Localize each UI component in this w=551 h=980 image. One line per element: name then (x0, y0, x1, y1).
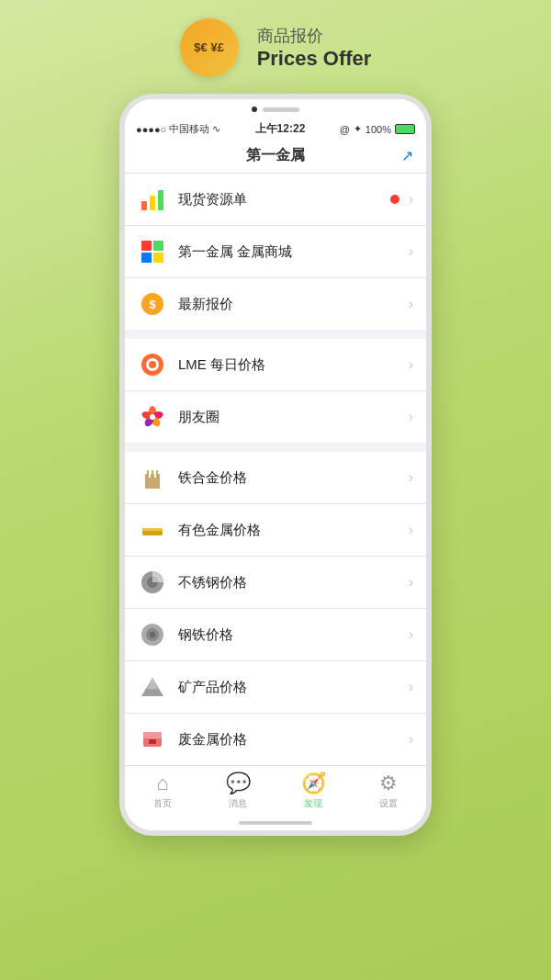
list-container: 现货资源单 › 第一金属 金属商城 › (125, 174, 426, 765)
tab-message[interactable]: 💬 消息 (200, 772, 276, 810)
share-icon[interactable]: ↗ (401, 147, 413, 164)
status-left: ●●●●○ 中国移动 ∿ (136, 122, 220, 136)
signal-strength: ●●●●○ (136, 124, 166, 135)
svg-rect-26 (142, 528, 163, 531)
item-icon-tihejin (138, 463, 167, 492)
battery-level: 100% (365, 124, 391, 135)
status-time: 上午12:22 (255, 121, 306, 137)
list-section-1: 现货资源单 › 第一金属 金属商城 › (125, 174, 426, 330)
section-spacer-1 (125, 330, 426, 339)
svg-marker-33 (147, 678, 158, 689)
chevron-icon: › (409, 409, 413, 425)
tab-settings[interactable]: ⚙ 设置 (351, 772, 426, 810)
item-icon-youse (138, 515, 167, 545)
svg-rect-6 (153, 253, 163, 263)
chevron-icon: › (409, 626, 413, 643)
svg-rect-5 (141, 253, 152, 263)
status-bar: ●●●●○ 中国移动 ∿ 上午12:22 @ ✦ 100% (125, 119, 426, 139)
section-spacer-2 (125, 443, 426, 452)
chevron-icon: › (409, 296, 413, 312)
tab-message-label: 消息 (229, 797, 247, 810)
item-icon-xianhuo (138, 185, 167, 214)
at-icon: @ (340, 124, 350, 135)
svg-point-17 (150, 414, 155, 420)
settings-icon: ⚙ (379, 772, 398, 795)
app-title-block: 商品报价 Prices Offer (257, 25, 372, 71)
message-icon: 💬 (226, 772, 251, 795)
item-label-buxiugang: 不锈钢价格 (178, 574, 405, 591)
chevron-icon: › (409, 731, 413, 748)
svg-text:$: $ (149, 298, 156, 311)
svg-point-31 (150, 632, 155, 637)
tab-discover-label: 发现 (304, 797, 322, 810)
chevron-icon: › (409, 679, 413, 695)
nav-title: 第一金属 (246, 146, 305, 165)
app-logo-text: $€ ¥£ (194, 40, 224, 55)
list-item[interactable]: $ 最新报价 › (125, 278, 426, 330)
carrier: 中国移动 (169, 122, 209, 136)
chevron-icon: › (409, 574, 413, 591)
home-indicator (125, 817, 426, 830)
home-icon: ⌂ (156, 772, 168, 795)
chevron-icon: › (409, 243, 413, 260)
item-label-feijinshu: 废金属价格 (178, 731, 405, 749)
tab-home-label: 首页 (153, 797, 172, 810)
item-icon-lme (138, 350, 167, 379)
list-section-3: 铁合金价格 › 有色金属价格 › (125, 452, 426, 765)
svg-rect-0 (141, 201, 147, 210)
item-label-baojia: 最新报价 (178, 296, 405, 313)
svg-rect-1 (150, 196, 155, 210)
chevron-icon: › (409, 469, 413, 486)
list-item[interactable]: 铁合金价格 › (125, 452, 426, 504)
list-item[interactable]: 钢铁价格 › (125, 609, 426, 661)
list-item[interactable]: 不锈钢价格 › (125, 557, 426, 609)
tab-home[interactable]: ⌂ 首页 (125, 772, 200, 810)
wifi-icon: ∿ (212, 123, 220, 135)
item-label-tihejin: 铁合金价格 (178, 469, 405, 487)
tab-bar: ⌂ 首页 💬 消息 🧭 发现 ⚙ 设置 (125, 765, 426, 817)
tab-settings-label: 设置 (379, 797, 398, 810)
phone-top (125, 99, 426, 119)
svg-rect-4 (153, 241, 163, 251)
svg-point-11 (149, 361, 156, 368)
item-icon-buxiugang (138, 568, 167, 597)
svg-rect-23 (152, 470, 153, 476)
svg-rect-35 (143, 732, 162, 738)
item-label-kuangchan: 矿产品价格 (178, 679, 405, 696)
app-header: $€ ¥£ 商品报价 Prices Offer (0, 0, 551, 86)
item-label-shangcheng: 第一金属 金属商城 (178, 243, 405, 261)
list-item[interactable]: 现货资源单 › (125, 174, 426, 226)
status-right: @ ✦ 100% (340, 123, 415, 135)
item-icon-feijinshu (138, 725, 167, 754)
bluetooth-icon: ✦ (354, 123, 362, 135)
list-item[interactable]: 矿产品价格 › (125, 661, 426, 714)
svg-rect-3 (141, 241, 152, 251)
svg-rect-24 (156, 470, 158, 476)
svg-rect-2 (158, 190, 163, 210)
svg-rect-36 (149, 739, 156, 744)
item-label-pengyouquan: 朋友圈 (178, 409, 405, 426)
app-logo: $€ ¥£ (180, 18, 239, 77)
chevron-icon: › (409, 356, 413, 373)
phone-speaker (263, 107, 299, 112)
phone-sensors (252, 107, 299, 112)
list-item[interactable]: 朋友圈 › (125, 391, 426, 443)
list-item[interactable]: 有色金属价格 › (125, 504, 426, 557)
tab-discover[interactable]: 🧭 发现 (276, 772, 351, 810)
item-label-xianhuo: 现货资源单 (178, 191, 390, 208)
battery-icon (395, 124, 415, 134)
app-title-cn: 商品报价 (257, 25, 323, 47)
nav-bar: 第一金属 ↗ (125, 139, 426, 174)
item-icon-baojia: $ (138, 289, 167, 319)
phone-camera (252, 107, 257, 112)
app-title-en: Prices Offer (257, 47, 372, 71)
item-label-youse: 有色金属价格 (178, 522, 405, 539)
item-icon-pengyouquan (138, 402, 167, 432)
home-bar (239, 821, 312, 825)
phone-frame: ●●●●○ 中国移动 ∿ 上午12:22 @ ✦ 100% 第一金属 ↗ (119, 94, 432, 836)
list-item[interactable]: LME 每日价格 › (125, 339, 426, 391)
list-item[interactable]: 第一金属 金属商城 › (125, 226, 426, 278)
item-label-gangtie: 钢铁价格 (178, 626, 405, 644)
svg-rect-22 (147, 470, 149, 476)
list-item[interactable]: 废金属价格 › (125, 714, 426, 765)
